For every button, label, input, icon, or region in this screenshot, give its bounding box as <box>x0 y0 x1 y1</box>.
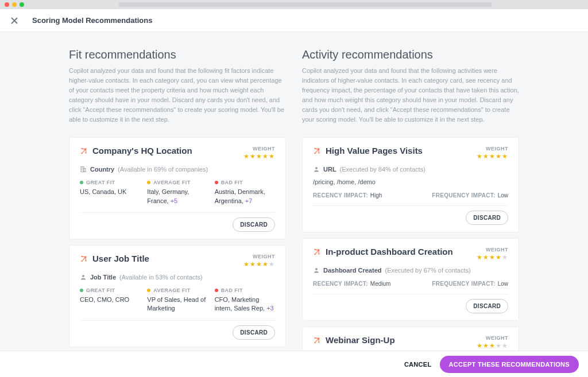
fit-card: Company's HQ Location WEIGHT ★★★★★ Count… <box>69 137 286 239</box>
card-title: Company's HQ Location <box>92 146 192 156</box>
frequency-value: Low <box>498 281 508 287</box>
card-property: URL <box>323 166 336 173</box>
great-fit-label: GREAT FIT <box>86 180 115 185</box>
bad-fit-more[interactable]: +3 <box>265 305 274 312</box>
avg-fit-label: AVERAGE FIT <box>153 180 190 185</box>
traffic-light-zoom[interactable] <box>20 2 24 7</box>
recency-label: RECENCY IMPACT: <box>313 192 368 199</box>
app-header: Scoring Model Recommendations <box>0 9 588 32</box>
card-separator <box>80 320 275 321</box>
frequency-label: FREQUENCY IMPACT: <box>432 281 495 287</box>
svg-point-10 <box>82 275 84 277</box>
bad-fit-more[interactable]: +7 <box>243 197 253 204</box>
weight-label: WEIGHT <box>477 335 508 341</box>
weight-stars: ★★★★★ <box>243 153 275 160</box>
traffic-light-minimize[interactable] <box>12 2 17 7</box>
card-title: In-product Dashboard Creation <box>326 247 453 256</box>
activity-section-desc: Copilot analyzed your data and found tha… <box>302 66 519 125</box>
weight-stars: ★★★★★ <box>477 153 508 160</box>
hubspot-icon <box>313 336 321 344</box>
person-icon <box>80 274 87 281</box>
weight-stars: ★★★★★ <box>243 261 275 268</box>
svg-point-26 <box>315 268 318 270</box>
card-title: User Job Title <box>92 254 149 263</box>
svg-rect-5 <box>84 169 86 172</box>
browser-urlbar[interactable] <box>119 2 492 7</box>
cancel-button[interactable]: CANCEL <box>404 361 432 368</box>
hubspot-icon <box>313 147 321 155</box>
frequency-label: FREQUENCY IMPACT: <box>432 192 495 199</box>
bad-fit-value: CFO, Marketing intern, Sales Rep, <box>215 296 265 312</box>
great-fit-bullet <box>80 289 83 292</box>
activity-section-title: Activity recommendations <box>302 48 519 61</box>
hubspot-icon <box>313 248 321 256</box>
bad-fit-bullet <box>215 289 218 292</box>
avg-fit-bullet <box>147 289 150 292</box>
activity-card: Webinar Sign-Up WEIGHT ★★★★★ GoToWebinar… <box>302 327 519 351</box>
discard-button[interactable]: DISCARD <box>233 217 275 232</box>
avg-fit-label: AVERAGE FIT <box>153 287 190 293</box>
person-icon <box>313 166 320 173</box>
weight-label: WEIGHT <box>243 254 275 259</box>
content-area: Fit recommendations Copilot analyzed you… <box>0 32 588 351</box>
great-fit-value: CEO, CMO, CRO <box>80 296 140 304</box>
person-icon <box>313 267 320 274</box>
great-fit-bullet <box>80 181 83 184</box>
card-property: Job Title <box>90 274 116 281</box>
avg-fit-more[interactable]: +5 <box>169 197 178 204</box>
card-property: Country <box>90 166 114 173</box>
accept-button[interactable]: ACCEPT THESE RECOMMENDATIONS <box>440 356 579 373</box>
activity-examples: /pricing, /home, /demo <box>313 178 508 185</box>
discard-button[interactable]: DISCARD <box>466 211 508 225</box>
close-icon[interactable] <box>10 17 18 25</box>
recency-value: High <box>370 192 382 199</box>
card-property: Dashboard Created <box>323 267 381 274</box>
building-icon <box>80 166 87 173</box>
great-fit-value: US, Canada, UK <box>80 188 140 196</box>
card-separator <box>313 294 508 294</box>
great-fit-label: GREAT FIT <box>86 287 115 293</box>
recency-value: Medium <box>370 281 391 287</box>
card-availability: (Executed by 84% of contacts) <box>340 166 425 173</box>
avg-fit-bullet <box>147 181 150 184</box>
fit-column: Fit recommendations Copilot analyzed you… <box>69 48 286 351</box>
card-availability: (Available in 69% of companies) <box>118 166 208 173</box>
bad-fit-bullet <box>215 181 218 184</box>
card-availability: (Available in 53% of contacts) <box>119 274 203 281</box>
window-titlebar <box>0 0 588 9</box>
card-separator <box>80 212 275 213</box>
discard-button[interactable]: DISCARD <box>466 299 508 313</box>
fit-card: User Job Title WEIGHT ★★★★★ Job Title (A… <box>69 245 286 347</box>
discard-button[interactable]: DISCARD <box>233 325 275 340</box>
svg-point-21 <box>315 167 318 169</box>
frequency-value: Low <box>498 192 508 199</box>
recency-label: RECENCY IMPACT: <box>313 281 368 287</box>
card-title: High Value Pages Visits <box>326 146 423 156</box>
weight-label: WEIGHT <box>243 146 275 151</box>
weight-stars: ★★★★★ <box>477 342 508 349</box>
activity-card: High Value Pages Visits WEIGHT ★★★★★ URL… <box>302 137 519 232</box>
fit-section-desc: Copilot analyzed your data and found tha… <box>69 66 286 125</box>
weight-stars: ★★★★★ <box>477 254 508 261</box>
bad-fit-value: Austria, Denmark, Argentina, <box>215 188 265 204</box>
bad-fit-label: BAD FIT <box>221 287 243 293</box>
card-availability: (Executed by 67% of contacts) <box>385 267 470 274</box>
activity-card: In-product Dashboard Creation WEIGHT ★★★… <box>302 238 519 321</box>
card-title: Webinar Sign-Up <box>326 335 395 345</box>
weight-label: WEIGHT <box>477 146 508 151</box>
traffic-light-close[interactable] <box>5 2 9 7</box>
fit-section-title: Fit recommendations <box>69 48 286 61</box>
footer-bar: CANCEL ACCEPT THESE RECOMMENDATIONS <box>0 351 588 377</box>
avg-fit-value: VP of Sales, Head of Marketing <box>147 296 206 312</box>
bad-fit-label: BAD FIT <box>221 180 243 185</box>
hubspot-icon <box>80 255 88 263</box>
page-title: Scoring Model Recommendations <box>32 16 152 25</box>
card-separator <box>313 205 508 206</box>
activity-column: Activity recommendations Copilot analyze… <box>302 48 519 351</box>
hubspot-icon <box>80 147 88 155</box>
weight-label: WEIGHT <box>477 247 508 252</box>
